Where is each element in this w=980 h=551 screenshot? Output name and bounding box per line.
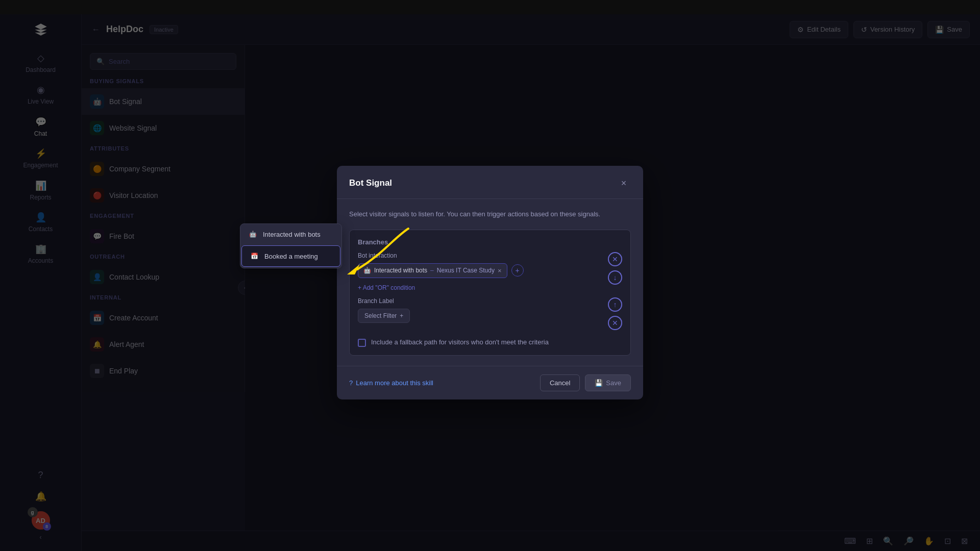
condition-row: 🤖 Interacted with bots – Nexus IT Case S… xyxy=(358,263,602,278)
branches-label: Branches xyxy=(358,238,622,246)
cancel-button[interactable]: Cancel xyxy=(540,374,580,391)
branch-label-header: Branch Label xyxy=(358,297,602,305)
filter-dropdown: 🤖 Interacted with bots 📅 Booked a meetin… xyxy=(240,223,342,268)
modal-description: Select visitor signals to listen for. Yo… xyxy=(349,209,631,219)
dropdown-item-label: Booked a meeting xyxy=(264,253,318,260)
learn-icon: ? xyxy=(349,379,353,387)
remove-branch-2-button[interactable]: ✕ xyxy=(608,316,622,330)
tag-value: Nexus IT Case Study xyxy=(437,267,495,274)
tag-close-button[interactable]: × xyxy=(498,267,502,274)
dropdown-item-label: Interacted with bots xyxy=(263,231,321,238)
branch-1-actions: ✕ ↓ xyxy=(608,252,622,293)
modal-title: Bot Signal xyxy=(349,178,392,188)
tag-separator: – xyxy=(430,267,434,274)
remove-branch-button[interactable]: ✕ xyxy=(608,252,622,266)
select-filter-icon: + xyxy=(400,312,403,319)
modal-header: Bot Signal × xyxy=(337,166,643,199)
branch-row-2: Branch Label Select Filter + ↑ ✕ xyxy=(358,297,622,330)
modal-overlay: Bot Signal × Select visitor signals to l… xyxy=(0,14,980,551)
dropdown-item-booked[interactable]: 📅 Booked a meeting xyxy=(241,245,340,267)
modal-body: Select visitor signals to listen for. Yo… xyxy=(337,199,643,366)
tag-interacted-label: Interacted with bots xyxy=(374,267,427,274)
dropdown-calendar-icon: 📅 xyxy=(249,251,259,261)
dropdown-item-interacted[interactable]: 🤖 Interacted with bots xyxy=(240,224,341,244)
bot-signal-modal: Bot Signal × Select visitor signals to l… xyxy=(337,166,643,399)
add-or-condition-button[interactable]: + Add "OR" condition xyxy=(358,282,602,293)
modal-close-button[interactable]: × xyxy=(617,176,631,190)
dropdown-bot-icon: 🤖 xyxy=(248,229,258,239)
fallback-text: Include a fallback path for visitors who… xyxy=(371,338,549,346)
save-icon: 💾 xyxy=(595,379,603,387)
move-up-button[interactable]: ↑ xyxy=(608,297,622,312)
branch-row-content: Bot interaction 🤖 Interacted with bots –… xyxy=(358,252,602,293)
branch-2-actions: ↑ ✕ xyxy=(608,297,622,330)
branch-row-1: Bot interaction 🤖 Interacted with bots –… xyxy=(358,252,622,293)
condition-tag: 🤖 Interacted with bots – Nexus IT Case S… xyxy=(358,263,507,278)
fallback-checkbox[interactable] xyxy=(358,339,366,347)
fallback-row: Include a fallback path for visitors who… xyxy=(358,338,622,347)
branches-container: Branches Bot interaction 🤖 Interacted wi… xyxy=(349,230,631,356)
move-down-button[interactable]: ↓ xyxy=(608,270,622,285)
learn-more-link[interactable]: ? Learn more about this skill xyxy=(349,379,433,387)
modal-save-button[interactable]: 💾 Save xyxy=(585,374,631,391)
add-condition-button[interactable]: + xyxy=(511,264,524,277)
modal-footer: ? Learn more about this skill Cancel 💾 S… xyxy=(337,366,643,399)
top-bar xyxy=(0,0,980,14)
tag-bot-icon: 🤖 xyxy=(363,267,371,274)
bot-interaction-label: Bot interaction xyxy=(358,252,602,259)
branch-label-section: Branch Label Select Filter + xyxy=(358,297,602,330)
footer-actions: Cancel 💾 Save xyxy=(540,374,631,391)
select-filter-button[interactable]: Select Filter + xyxy=(358,309,410,323)
